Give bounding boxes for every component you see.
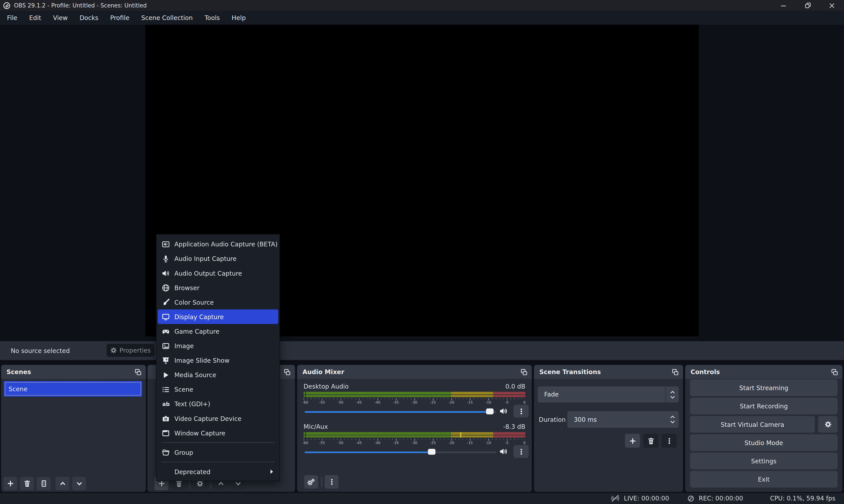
obs-window: OBS 29.1.2 - Profile: Untitled - Scenes:… <box>0 0 844 504</box>
remove-scene-button[interactable] <box>20 477 34 490</box>
scene-icon <box>162 385 169 393</box>
volume-slider[interactable] <box>304 407 497 416</box>
transition-value: Fade <box>544 391 665 398</box>
menu-item-color-source[interactable]: Color Source <box>158 295 278 309</box>
controls-header[interactable]: Controls <box>685 365 842 379</box>
scene-list-item[interactable]: Scene <box>4 381 142 397</box>
no-source-selected-label: No source selected <box>11 341 70 360</box>
meter-tick-scale <box>304 438 525 440</box>
scene-transitions-header[interactable]: Scene Transitions <box>534 365 683 379</box>
kebab-menu-icon <box>665 437 672 444</box>
menu-item-game-capture[interactable]: Game Capture <box>158 324 278 339</box>
filters-icon <box>40 480 47 487</box>
source-properties-button[interactable]: Properties <box>107 344 155 357</box>
exit-button[interactable]: Exit <box>690 471 838 487</box>
transition-select[interactable]: Fade <box>538 386 679 402</box>
minimize-button[interactable] <box>771 0 795 11</box>
gear-icon <box>110 347 117 354</box>
media-source-icon <box>162 371 169 378</box>
remove-transition-button[interactable] <box>643 434 659 448</box>
transition-properties-button[interactable] <box>662 434 677 448</box>
start-virtual-camera-button[interactable]: Start Virtual Camera <box>690 416 815 433</box>
volume-slider-handle[interactable] <box>486 408 493 414</box>
chevron-down-icon <box>670 395 675 398</box>
menu-item-deprecated[interactable]: Deprecated <box>158 465 278 479</box>
menu-docks[interactable]: Docks <box>74 11 104 25</box>
scene-filters-button[interactable] <box>36 477 51 490</box>
scenes-dock-header[interactable]: Scenes <box>1 365 146 379</box>
popout-icon[interactable] <box>284 368 291 375</box>
obs-logo-icon <box>3 2 10 9</box>
chevron-up-icon <box>59 480 66 487</box>
popout-icon[interactable] <box>134 368 142 375</box>
menu-item-text-gdi[interactable]: ab Text (GDI+) <box>158 397 278 411</box>
mixer-channel-level: -8.3 dB <box>503 423 525 430</box>
menu-view[interactable]: View <box>47 11 74 25</box>
audio-input-icon <box>162 255 169 262</box>
popout-icon[interactable] <box>672 368 679 375</box>
move-scene-down-button[interactable] <box>72 477 86 490</box>
close-button[interactable] <box>820 0 844 11</box>
menu-item-group[interactable]: Group <box>158 445 278 460</box>
move-scene-up-button[interactable] <box>55 477 70 490</box>
menu-item-media-source[interactable]: Media Source <box>158 367 278 382</box>
menu-item-application-audio-capture[interactable]: Application Audio Capture (BETA) <box>158 237 278 251</box>
trash-icon <box>647 437 654 444</box>
source-context-toolbar: No source selected Properties <box>0 341 844 360</box>
volume-meter <box>304 392 525 397</box>
advanced-audio-properties-button[interactable] <box>304 475 318 489</box>
menu-item-audio-output-capture[interactable]: Audio Output Capture <box>158 266 278 280</box>
menu-item-video-capture-device[interactable]: Video Capture Device <box>158 411 278 426</box>
color-source-icon <box>162 299 169 306</box>
audio-mixer-dock: Audio Mixer Desktop Audio 0.0 dB -60-55 … <box>297 365 532 492</box>
menu-item-window-capture[interactable]: Window Capture <box>158 426 278 440</box>
status-bar: LIVE: 00:00:00 REC: 00:00:00 CPU: 0.1%, … <box>0 493 844 504</box>
duration-spinner[interactable] <box>666 415 679 424</box>
duration-input[interactable]: 300 ms <box>568 411 679 428</box>
audio-mixer-header[interactable]: Audio Mixer <box>297 365 532 379</box>
add-transition-button[interactable] <box>625 434 640 448</box>
group-icon <box>162 449 169 456</box>
menu-file[interactable]: File <box>1 11 23 25</box>
virtual-camera-settings-button[interactable] <box>818 416 838 433</box>
studio-mode-button[interactable]: Studio Mode <box>690 434 838 451</box>
volume-slider[interactable] <box>304 447 497 457</box>
maximize-button[interactable] <box>796 0 820 11</box>
plus-icon <box>7 480 14 487</box>
start-recording-button[interactable]: Start Recording <box>690 398 838 414</box>
chevron-up-icon <box>670 390 675 394</box>
speaker-icon[interactable] <box>500 448 508 455</box>
camera-icon <box>162 415 169 422</box>
popout-icon[interactable] <box>831 368 838 375</box>
restore-icon <box>804 2 811 8</box>
menu-item-image-slide-show[interactable]: Image Slide Show <box>158 353 278 367</box>
add-scene-button[interactable] <box>3 477 17 490</box>
menu-help[interactable]: Help <box>226 11 252 25</box>
slideshow-icon <box>162 357 169 364</box>
settings-button[interactable]: Settings <box>690 453 838 469</box>
mixer-channel-menu-button[interactable] <box>514 404 529 418</box>
text-icon: ab <box>162 400 169 408</box>
mixer-channel-menu-button[interactable] <box>514 445 529 458</box>
menu-profile[interactable]: Profile <box>104 11 135 25</box>
menu-item-image[interactable]: Image <box>158 339 278 353</box>
submenu-arrow-icon <box>270 469 273 474</box>
menu-tools[interactable]: Tools <box>199 11 226 25</box>
gear-icon <box>824 421 831 428</box>
volume-slider-handle[interactable] <box>428 449 435 455</box>
close-icon <box>829 2 835 8</box>
menu-item-scene[interactable]: Scene <box>158 382 278 397</box>
start-streaming-button[interactable]: Start Streaming <box>690 379 838 396</box>
transition-spinner[interactable] <box>666 390 679 398</box>
menu-item-audio-input-capture[interactable]: Audio Input Capture <box>158 251 278 266</box>
menu-item-browser[interactable]: Browser <box>158 281 278 295</box>
popout-icon[interactable] <box>521 368 528 375</box>
meter-tick-scale <box>304 398 525 400</box>
menu-edit[interactable]: Edit <box>23 11 47 25</box>
trash-icon <box>23 480 31 487</box>
menu-scene-collection[interactable]: Scene Collection <box>136 11 199 25</box>
menu-bar: File Edit View Docks Profile Scene Colle… <box>0 11 844 25</box>
mixer-menu-button[interactable] <box>324 475 339 489</box>
menu-item-display-capture[interactable]: Display Capture <box>158 309 278 324</box>
speaker-icon[interactable] <box>500 407 508 415</box>
